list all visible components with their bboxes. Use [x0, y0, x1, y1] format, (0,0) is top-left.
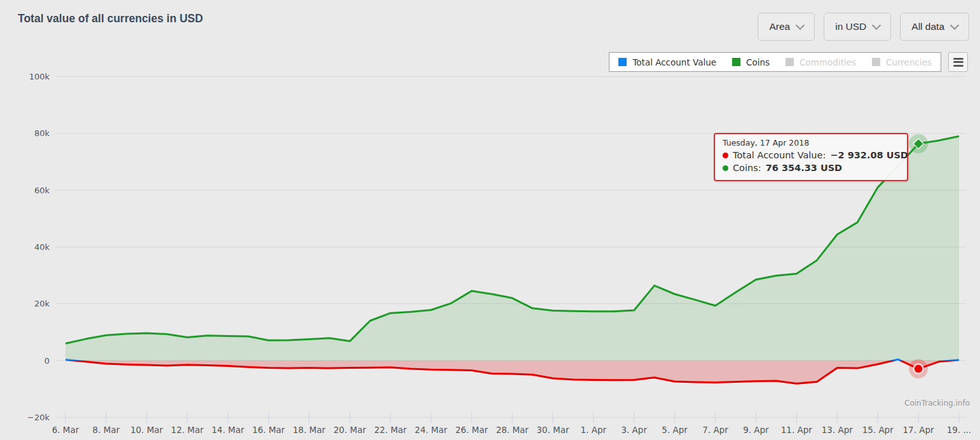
chart-plot-area[interactable]: 100k80k60k40k20k0−20k6. Mar8. Mar10. Mar…	[0, 0, 980, 440]
cointracking-chart-page: Total value of all currencies in USD Are…	[0, 0, 980, 440]
x-axis-label: 16. Mar	[252, 425, 285, 435]
tooltip-row: Total Account Value: −2 932.08 USD	[723, 149, 899, 162]
tooltip-series-label: Coins:	[733, 162, 761, 175]
x-axis-label: 20. Mar	[334, 425, 367, 435]
tav-area-negative[interactable]	[65, 359, 959, 383]
x-axis-label: 30. Mar	[536, 425, 569, 435]
x-axis-label: 1. Apr	[581, 425, 607, 435]
x-axis-label: 24. Mar	[415, 425, 448, 435]
x-axis-label: 17. Apr	[903, 425, 935, 435]
x-axis-label: 12. Mar	[171, 425, 204, 435]
y-axis-label: −20k	[27, 413, 50, 422]
tooltip-value: −2 932.08 USD	[830, 149, 908, 162]
tooltip-date: Tuesday, 17 Apr 2018	[723, 138, 899, 148]
tooltip-bullet	[723, 165, 728, 171]
x-axis-label: 13. Apr	[822, 425, 854, 435]
x-axis-label: 15. Apr	[862, 425, 894, 435]
y-axis-label: 20k	[34, 299, 50, 308]
x-axis-label: 11. Apr	[781, 425, 813, 435]
x-axis-label: 19. ...	[947, 425, 972, 435]
x-axis-label: 14. Mar	[212, 425, 245, 435]
tooltip-row: Coins: 76 354.33 USD	[723, 162, 899, 175]
tav-point-marker	[914, 364, 923, 374]
x-axis-label: 28. Mar	[496, 425, 529, 435]
x-axis-label: 6. Mar	[52, 425, 79, 435]
x-axis-label: 8. Mar	[93, 425, 120, 435]
chart-tooltip: Tuesday, 17 Apr 2018 Total Account Value…	[714, 133, 908, 181]
y-axis-label: 100k	[29, 72, 50, 81]
watermark: CoinTracking.info	[904, 399, 970, 408]
y-axis-label: 40k	[34, 242, 50, 252]
x-axis-label: 7. Apr	[702, 425, 728, 435]
x-axis: 6. Mar8. Mar10. Mar12. Mar14. Mar16. Mar…	[52, 413, 972, 435]
x-axis-label: 3. Apr	[621, 425, 647, 435]
x-axis-label: 5. Apr	[662, 425, 688, 435]
tooltip-bullet	[723, 153, 728, 158]
tooltip-series-label: Total Account Value:	[733, 149, 826, 162]
x-axis-label: 22. Mar	[374, 425, 407, 435]
x-axis-label: 9. Apr	[743, 425, 769, 435]
y-axis-label: 0	[44, 356, 50, 366]
tooltip-value: 76 354.33 USD	[766, 162, 842, 175]
x-axis-label: 10. Mar	[130, 425, 163, 435]
y-axis-label: 60k	[34, 186, 50, 195]
y-axis-label: 80k	[34, 128, 50, 138]
x-axis-label: 26. Mar	[455, 425, 488, 435]
x-axis-label: 18. Mar	[293, 425, 326, 435]
